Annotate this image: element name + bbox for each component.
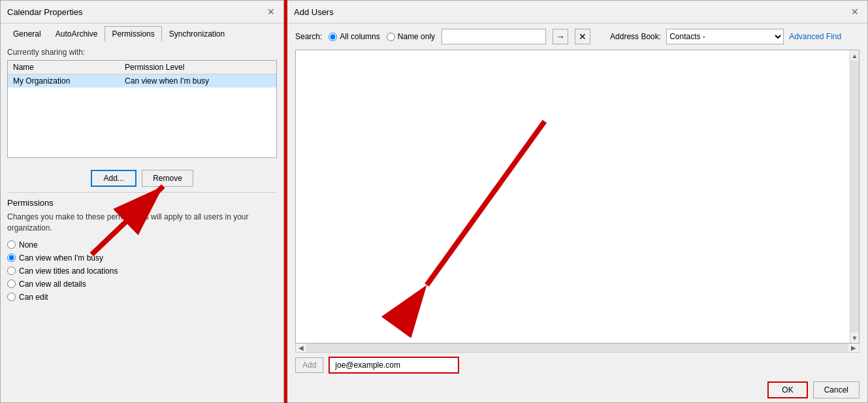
h-scroll-left-arrow[interactable]: ◀ bbox=[296, 344, 306, 353]
tab-synchronization[interactable]: Synchronization bbox=[162, 26, 232, 42]
vertical-scrollbar[interactable]: ▲ ▼ bbox=[850, 50, 859, 343]
ok-button[interactable]: OK bbox=[767, 381, 807, 398]
org-permission: Can view when I'm busy bbox=[120, 74, 276, 88]
tab-permissions[interactable]: Permissions bbox=[104, 26, 161, 42]
perm-view-details-radio[interactable] bbox=[7, 280, 16, 288]
arrow-to-results bbox=[296, 50, 859, 343]
calendar-titlebar: Calendar Properties ✕ bbox=[1, 1, 283, 24]
radio-all-columns[interactable]: All columns bbox=[329, 32, 379, 41]
tab-general[interactable]: General bbox=[6, 26, 48, 42]
permissions-desc: Changes you make to these permissions wi… bbox=[7, 212, 277, 234]
add-button[interactable]: Add... bbox=[91, 170, 137, 187]
table-row[interactable]: My Organization Can view when I'm busy bbox=[8, 74, 276, 88]
add-users-titlebar: Add Users ✕ bbox=[287, 1, 867, 24]
calendar-properties-panel: Calendar Properties ✕ General AutoArchiv… bbox=[0, 0, 284, 403]
add-users-title: Add Users bbox=[294, 7, 334, 17]
perm-view-busy[interactable]: Can view when I'm busy bbox=[7, 253, 277, 263]
add-users-panel: Add Users ✕ Search: All columns Name onl… bbox=[287, 0, 868, 403]
perm-view-titles[interactable]: Can view titles and locations bbox=[7, 266, 277, 276]
scroll-up-arrow[interactable]: ▲ bbox=[850, 50, 860, 61]
calendar-title: Calendar Properties bbox=[7, 7, 83, 17]
email-input[interactable] bbox=[329, 357, 459, 374]
h-scroll-right-arrow[interactable]: ▶ bbox=[848, 344, 859, 353]
add-to-list-button[interactable]: Add bbox=[295, 357, 323, 373]
perm-view-busy-label: Can view when I'm busy bbox=[19, 253, 103, 263]
add-users-close-button[interactable]: ✕ bbox=[849, 6, 861, 18]
tab-bar: General AutoArchive Permissions Synchron… bbox=[1, 24, 283, 41]
calendar-close-button[interactable]: ✕ bbox=[265, 6, 277, 18]
sharing-buttons: Add... Remove bbox=[7, 170, 277, 187]
col-permission: Permission Level bbox=[120, 61, 276, 74]
svg-line-3 bbox=[426, 121, 544, 285]
address-book-label: Address Book: bbox=[610, 32, 661, 41]
perm-view-details-label: Can view all details bbox=[19, 280, 86, 289]
perm-edit-radio[interactable] bbox=[7, 293, 16, 301]
tab-autoarchive[interactable]: AutoArchive bbox=[48, 26, 105, 42]
search-results-area: ▲ ▼ bbox=[295, 50, 860, 344]
search-area: Search: All columns Name only → ✕ Addres… bbox=[287, 24, 867, 50]
radio-name-only-input[interactable] bbox=[387, 33, 395, 41]
scroll-track-v bbox=[850, 61, 859, 332]
bottom-buttons: OK Cancel bbox=[287, 378, 867, 402]
radio-all-columns-input[interactable] bbox=[329, 33, 337, 41]
sharing-table: Name Permission Level My Organization Ca… bbox=[7, 60, 277, 158]
scroll-down-arrow[interactable]: ▼ bbox=[850, 332, 860, 343]
sharing-section: Currently sharing with: Name Permission … bbox=[7, 48, 277, 158]
remove-button[interactable]: Remove bbox=[142, 170, 193, 187]
radio-all-columns-label: All columns bbox=[340, 32, 379, 41]
search-clear-button[interactable]: ✕ bbox=[575, 29, 590, 44]
search-input[interactable] bbox=[442, 29, 546, 44]
h-scroll-track bbox=[306, 344, 848, 352]
perm-view-busy-radio[interactable] bbox=[7, 253, 16, 262]
address-book-select[interactable]: Contacts - bbox=[666, 29, 784, 44]
permissions-section: Permissions Changes you make to these pe… bbox=[7, 192, 277, 302]
address-book-area: Address Book: Contacts - Advanced Find bbox=[610, 29, 841, 44]
perm-edit[interactable]: Can edit bbox=[7, 293, 277, 302]
permissions-content: Currently sharing with: Name Permission … bbox=[1, 41, 283, 402]
org-name: My Organization bbox=[8, 74, 120, 88]
perm-view-titles-label: Can view titles and locations bbox=[19, 266, 118, 276]
perm-none[interactable]: None bbox=[7, 240, 277, 250]
permissions-radio-group: None Can view when I'm busy Can view tit… bbox=[7, 240, 277, 302]
search-label: Search: bbox=[295, 32, 322, 41]
horizontal-scrollbar: ◀ ▶ bbox=[295, 344, 860, 353]
add-row: Add bbox=[287, 353, 867, 378]
advanced-find-link[interactable]: Advanced Find bbox=[789, 32, 841, 41]
perm-view-details[interactable]: Can view all details bbox=[7, 280, 277, 289]
col-name: Name bbox=[8, 61, 120, 74]
radio-name-only[interactable]: Name only bbox=[387, 32, 435, 41]
permissions-title: Permissions bbox=[7, 198, 277, 208]
radio-name-only-label: Name only bbox=[398, 32, 435, 41]
perm-edit-label: Can edit bbox=[19, 293, 48, 302]
perm-view-titles-radio[interactable] bbox=[7, 266, 16, 275]
cancel-button[interactable]: Cancel bbox=[813, 381, 860, 398]
perm-none-radio[interactable] bbox=[7, 240, 16, 249]
search-go-button[interactable]: → bbox=[553, 29, 568, 44]
sharing-label: Currently sharing with: bbox=[7, 48, 277, 57]
perm-none-label: None bbox=[19, 240, 38, 250]
